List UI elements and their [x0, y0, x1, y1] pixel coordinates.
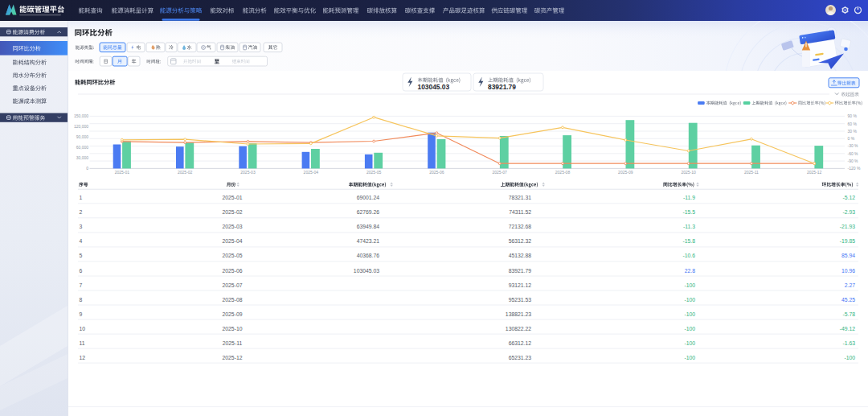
svg-text:8: 8 — [80, 297, 83, 303]
svg-text:85.94: 85.94 — [841, 253, 855, 258]
svg-text:60,000: 60,000 — [76, 145, 89, 150]
svg-text:2025-08: 2025-08 — [555, 170, 571, 175]
svg-text:45.25: 45.25 — [841, 297, 855, 303]
svg-text:150,000: 150,000 — [74, 113, 88, 118]
svg-text:2.27: 2.27 — [845, 282, 855, 288]
svg-text:56312.32: 56312.32 — [509, 238, 532, 244]
svg-text:-100: -100 — [684, 297, 695, 303]
svg-text:12: 12 — [80, 355, 86, 360]
svg-text:4: 4 — [80, 238, 83, 244]
svg-text:103045.03: 103045.03 — [418, 83, 450, 91]
svg-text:-100: -100 — [684, 340, 695, 346]
svg-text:2025-12: 2025-12 — [807, 170, 822, 175]
svg-text:65231.23: 65231.23 — [509, 355, 532, 360]
svg-text:2025-04: 2025-04 — [304, 170, 319, 175]
svg-text:90 %: 90 % — [848, 113, 858, 118]
svg-text:45132.88: 45132.88 — [509, 253, 532, 258]
svg-text:-1.63: -1.63 — [843, 340, 856, 346]
svg-text:63949.84: 63949.84 — [357, 224, 380, 229]
svg-text:138821.23: 138821.23 — [506, 311, 531, 317]
svg-text:-120 %: -120 % — [848, 166, 861, 171]
svg-text:-90 %: -90 % — [848, 159, 859, 163]
svg-text:2025-08: 2025-08 — [223, 297, 243, 303]
svg-text:22.8: 22.8 — [685, 268, 695, 274]
svg-text:2025-05: 2025-05 — [366, 170, 382, 175]
svg-text:-100: -100 — [844, 355, 855, 360]
svg-text:10.96: 10.96 — [841, 268, 855, 274]
svg-text:2025-06: 2025-06 — [223, 268, 243, 274]
svg-text:2025-09: 2025-09 — [618, 170, 633, 175]
svg-text:-30 %: -30 % — [848, 143, 859, 148]
svg-text:2025-01: 2025-01 — [223, 195, 243, 200]
svg-text:2025-07: 2025-07 — [223, 282, 243, 288]
svg-text:9: 9 — [80, 311, 83, 317]
svg-text:-19.85: -19.85 — [840, 238, 855, 244]
svg-text:1: 1 — [80, 195, 83, 200]
svg-text:0 %: 0 % — [848, 136, 855, 141]
svg-text:2025-10: 2025-10 — [681, 170, 696, 175]
svg-text:2025-03: 2025-03 — [223, 224, 243, 229]
svg-text:30,000: 30,000 — [76, 155, 89, 160]
svg-text:2025-06: 2025-06 — [429, 170, 444, 175]
svg-text:2: 2 — [80, 209, 83, 215]
svg-text:-15.8: -15.8 — [683, 238, 696, 244]
svg-text:-11.3: -11.3 — [683, 224, 695, 229]
svg-text:-100: -100 — [684, 326, 695, 332]
svg-text:120,000: 120,000 — [74, 124, 88, 129]
svg-text:10: 10 — [80, 326, 86, 332]
svg-text:2025-12: 2025-12 — [223, 355, 243, 360]
svg-text:-10.6: -10.6 — [683, 253, 696, 258]
svg-text:83921.79: 83921.79 — [488, 83, 516, 91]
svg-text:2025-04: 2025-04 — [223, 238, 243, 244]
svg-text:47423.21: 47423.21 — [357, 238, 380, 244]
svg-text:-100: -100 — [684, 355, 695, 360]
svg-text:7: 7 — [80, 282, 83, 288]
svg-text:83921.79: 83921.79 — [509, 268, 532, 274]
svg-text:130822.22: 130822.22 — [506, 326, 531, 332]
svg-text:2025-02: 2025-02 — [223, 209, 243, 215]
svg-text:2025-03: 2025-03 — [240, 170, 256, 175]
svg-text:2025-09: 2025-09 — [223, 311, 243, 317]
svg-text:2025-07: 2025-07 — [493, 170, 508, 175]
svg-text:74311.52: 74311.52 — [509, 209, 531, 215]
svg-text:2025-01: 2025-01 — [115, 170, 130, 175]
svg-text:6: 6 — [80, 268, 83, 274]
svg-text:72132.68: 72132.68 — [509, 224, 532, 229]
svg-text:0: 0 — [86, 166, 88, 171]
svg-text:-5.12: -5.12 — [843, 195, 856, 200]
svg-text:69001.24: 69001.24 — [357, 195, 380, 200]
svg-text:5: 5 — [80, 253, 83, 258]
svg-text:-15.5: -15.5 — [683, 209, 696, 215]
svg-text:93121.12: 93121.12 — [509, 282, 532, 288]
svg-text:95231.53: 95231.53 — [509, 297, 532, 303]
svg-text:2025-11: 2025-11 — [744, 170, 759, 175]
svg-text:2025-11: 2025-11 — [223, 340, 243, 346]
svg-text:103045.03: 103045.03 — [354, 268, 379, 274]
svg-text:3: 3 — [80, 224, 83, 229]
svg-text:11: 11 — [80, 340, 85, 346]
svg-text:-100: -100 — [684, 311, 695, 317]
svg-text:90,000: 90,000 — [76, 134, 89, 139]
svg-text:-100: -100 — [684, 282, 695, 288]
svg-text:-60 %: -60 % — [848, 151, 859, 156]
svg-text:-5.78: -5.78 — [843, 311, 856, 317]
svg-text:40368.76: 40368.76 — [357, 253, 380, 258]
svg-text:-2.93: -2.93 — [843, 209, 856, 215]
svg-text:62769.26: 62769.26 — [357, 209, 380, 215]
svg-text:30 %: 30 % — [848, 129, 858, 134]
svg-text:-49.12: -49.12 — [840, 326, 855, 332]
svg-text:2025-05: 2025-05 — [223, 253, 243, 258]
svg-text:78321.31: 78321.31 — [509, 195, 532, 200]
svg-text:2025-10: 2025-10 — [223, 326, 243, 332]
svg-text:-11.9: -11.9 — [683, 195, 695, 200]
svg-text:60 %: 60 % — [848, 122, 858, 126]
svg-text:-21.93: -21.93 — [840, 224, 855, 229]
svg-text:66312.12: 66312.12 — [509, 340, 532, 346]
svg-text:2025-02: 2025-02 — [178, 170, 193, 175]
